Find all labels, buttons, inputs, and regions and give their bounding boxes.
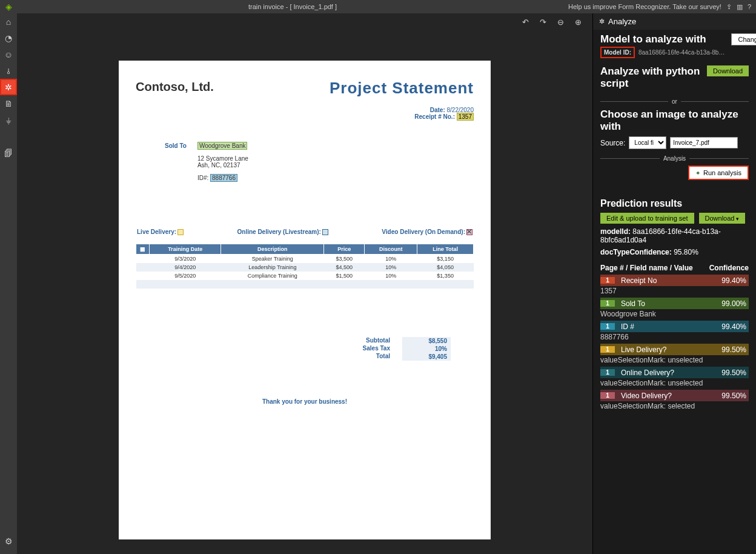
subtotal-value: $8,550 [402, 337, 451, 345]
top-bar: ◈ train invoice - [ Invoice_1.pdf ] Help… [0, 0, 756, 13]
plug-icon[interactable]: ⏚ [0, 112, 17, 128]
table-corner-icon: ▦ [136, 244, 150, 255]
app-logo-icon: ◈ [0, 2, 17, 12]
change-button[interactable]: Change [731, 33, 756, 45]
page-icon[interactable]: 🗎 [0, 95, 17, 112]
result-item[interactable]: 1Live Delivery?99.50%valueSelectionMark:… [600, 344, 749, 367]
model-id-label: Model ID: [600, 47, 635, 58]
doc-heading: Project Statement [330, 79, 474, 98]
download-script-button[interactable]: Download [707, 65, 749, 76]
th-price: Price [324, 244, 365, 255]
doc-meta: Date: 8/22/2020 Receipt # No.: 1357 [414, 107, 474, 120]
table-row: 9/3/2020Speaker Training$3,50010%$3,150 [136, 255, 474, 264]
addr-line1: 12 Sycamore Lane [197, 155, 248, 162]
redo-icon[interactable]: ↷ [540, 18, 546, 27]
online-checkbox [322, 229, 328, 235]
source-select[interactable]: Local file [629, 136, 666, 149]
tag-icon[interactable]: ◔ [0, 30, 17, 46]
soldto-body: Woodgrove Bank 12 Sycamore Lane Ash, NC,… [197, 142, 248, 181]
share-icon[interactable]: ⇪ [726, 3, 732, 11]
zoom-out-icon[interactable]: ⊖ [557, 18, 564, 27]
source-label: Source: [600, 139, 625, 147]
date-label: Date: [430, 107, 445, 113]
survey-link[interactable]: Help us improve Form Recognizer. Take ou… [568, 3, 721, 10]
gear-icon: ✲ [599, 18, 605, 25]
undo-icon[interactable]: ↶ [522, 18, 529, 27]
online-delivery-label: Online Delivery (Livestream): [237, 229, 321, 235]
col-right: Confidence [709, 264, 749, 272]
receipt-value: 1357 [457, 113, 474, 121]
id-label: ID#: [197, 175, 208, 181]
analysis-divider: Analysis [663, 155, 686, 162]
th-date: Training Date [150, 244, 221, 255]
edit-upload-button[interactable]: Edit & upload to training set [600, 213, 694, 224]
analyze-icon[interactable]: ✲ [0, 79, 17, 95]
tax-label: Sales Tax [342, 345, 402, 353]
video-delivery-label: Video Delivery (On Demand): [382, 229, 465, 235]
result-item[interactable]: 1ID #99.40%8887766 [600, 321, 749, 344]
live-delivery-label: Live Delivery: [137, 229, 176, 235]
document-page: Contoso, Ltd. Project Statement Date: 8/… [119, 61, 491, 539]
robot-icon[interactable]: ☺ [0, 46, 17, 62]
viewer-toolbar: ↶ ↷ ⊖ ⊕ [17, 13, 592, 30]
doc-icon[interactable]: 🗐 [0, 145, 17, 161]
left-nav: ⌂ ◔ ☺ ⫰ ✲ 🗎 ⏚ 🗐 ⚙ [0, 13, 17, 554]
choose-heading: Choose an image to analyze with [600, 108, 749, 133]
id-value: 8887766 [210, 174, 237, 182]
download-results-button[interactable]: Download [699, 213, 745, 224]
addr-line2: Ash, NC, 02137 [197, 162, 248, 169]
model-id-value: 8aa16866-16fe-44ca-b13a-8bfc6a... [638, 49, 725, 56]
panel-icon[interactable]: ▥ [737, 3, 743, 11]
col-left: Page # / Field name / Value [600, 264, 693, 272]
modelid-key: modelId: [600, 227, 631, 236]
document-title: train invoice - [ Invoice_1.pdf ] [17, 3, 568, 10]
items-table: ▦ Training Date Description Price Discou… [136, 244, 474, 289]
tax-value: 10% [402, 345, 451, 353]
script-heading: Analyze with python script [600, 65, 701, 90]
help-icon[interactable]: ? [748, 3, 751, 10]
home-icon[interactable]: ⌂ [0, 13, 17, 30]
result-item[interactable]: 1Sold To99.00%Woodgrove Bank [600, 298, 749, 321]
th-linetotal: Line Total [417, 244, 474, 255]
live-checkbox [177, 229, 184, 235]
merge-icon[interactable]: ⫰ [0, 62, 17, 79]
total-value: $9,405 [402, 353, 451, 361]
table-row: 9/5/2020Compliance Training$1,50010%$1,3… [136, 272, 474, 280]
thanks-text: Thank you for your business! [136, 398, 474, 405]
doctype-val: 95.80% [674, 248, 698, 256]
delivery-row: Live Delivery: Online Delivery (Livestre… [136, 229, 474, 235]
analyze-header: Analyze [608, 17, 636, 26]
total-label: Total [342, 353, 402, 361]
model-heading: Model to analyze with [600, 33, 725, 45]
zoom-in-icon[interactable]: ⊕ [575, 18, 582, 27]
run-analysis-button[interactable]: Run analysis [688, 165, 749, 180]
prediction-heading: Prediction results [600, 198, 749, 209]
soldto-label: Sold To [165, 142, 187, 181]
video-checkbox [466, 229, 472, 235]
subtotal-label: Subtotal [342, 337, 402, 345]
analyze-panel: ✲Analyze Model to analyze with Model ID:… [592, 13, 756, 554]
doctype-key: docTypeConfidence: [600, 248, 672, 256]
result-item[interactable]: 1Video Delivery?99.50%valueSelectionMark… [600, 390, 749, 413]
soldto-name: Woodgrove Bank [197, 142, 248, 150]
or-divider: or [672, 98, 677, 105]
th-discount: Discount [365, 244, 417, 255]
source-file-input[interactable] [670, 137, 738, 149]
th-desc: Description [221, 244, 324, 255]
settings-icon[interactable]: ⚙ [0, 533, 17, 549]
totals: Subtotal$8,550 Sales Tax10% Total$9,405 [342, 337, 474, 361]
receipt-label: Receipt # No.: [414, 113, 455, 120]
result-item[interactable]: 1Receipt No99.40%1357 [600, 275, 749, 298]
result-item[interactable]: 1Online Delivery?99.50%valueSelectionMar… [600, 367, 749, 390]
table-row: 9/4/2020Leadership Training$4,50010%$4,0… [136, 263, 474, 272]
main-viewer: ↶ ↷ ⊖ ⊕ Contoso, Ltd. Project Statement … [17, 13, 592, 554]
